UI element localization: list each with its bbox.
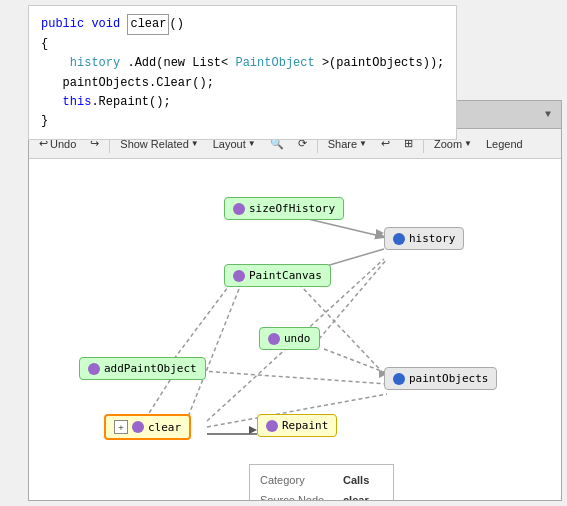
node-clear[interactable]: + clear: [104, 414, 191, 440]
tooltip-category-value: Calls: [343, 471, 369, 491]
svg-line-7: [324, 349, 389, 374]
node-paintcanvas[interactable]: PaintCanvas: [224, 264, 331, 287]
tab-dropdown-button[interactable]: ▼: [539, 106, 557, 124]
arrow-to-repaint: [249, 426, 257, 434]
node-icon-repaint: [266, 420, 278, 432]
node-label-sizeofhistory: sizeOfHistory: [249, 202, 335, 215]
legend-label: Legend: [486, 138, 523, 150]
node-icon-undo: [268, 333, 280, 345]
tooltip-source-row: Source Node clear: [260, 491, 383, 500]
node-label-paintobjects: paintObjects: [409, 372, 488, 385]
show-related-arrow: ▼: [191, 139, 199, 148]
code-line3: history .Add(new List< PaintObject >(pai…: [41, 54, 444, 73]
node-paintobjects[interactable]: paintObjects: [384, 367, 497, 390]
svg-line-4: [174, 369, 387, 384]
node-icon-paintcanvas: [233, 270, 245, 282]
share-arrow: ▼: [359, 139, 367, 148]
svg-line-5: [174, 279, 234, 359]
node-label-repaint: Repaint: [282, 419, 328, 432]
code-snippet: public void clear() { history .Add(new L…: [28, 5, 457, 140]
tooltip-category-row: Category Calls: [260, 471, 383, 491]
node-label-paintcanvas: PaintCanvas: [249, 269, 322, 282]
node-label-undo: undo: [284, 332, 311, 345]
node-icon-paintobjects: [393, 373, 405, 385]
node-label-clear: clear: [148, 421, 181, 434]
expand-clear-icon[interactable]: +: [114, 420, 128, 434]
arrow-to-history: [376, 229, 384, 237]
node-addpaintobject[interactable]: addPaintObject: [79, 357, 206, 380]
layout-arrow: ▼: [248, 139, 256, 148]
tooltip-box: Category Calls Source Node clear Target …: [249, 464, 394, 500]
node-label-addpaintobject: addPaintObject: [104, 362, 197, 375]
code-history-ref: history: [70, 56, 120, 70]
canvas-area[interactable]: sizeOfHistory history PaintCanvas undo a…: [29, 159, 561, 500]
code-parens: (): [169, 17, 183, 31]
main-window: 📌 CodeMap1.dgml* ✕ ▼ ↩ Undo ↪ Show Relat…: [28, 100, 562, 501]
legend-button[interactable]: Legend: [480, 135, 529, 153]
code-paintobject: PaintObject: [235, 56, 314, 70]
node-icon-sizeofhistory: [233, 203, 245, 215]
zoom-arrow: ▼: [464, 139, 472, 148]
keyword-public: public: [41, 17, 84, 31]
node-sizeofhistory[interactable]: sizeOfHistory: [224, 197, 344, 220]
node-history[interactable]: history: [384, 227, 464, 250]
node-label-history: history: [409, 232, 455, 245]
code-line4: paintObjects.Clear();: [41, 74, 444, 93]
node-icon-addpaintobject: [88, 363, 100, 375]
code-add2: >(paintObjects));: [322, 56, 444, 70]
tooltip-source-value: clear: [343, 491, 369, 500]
tooltip-source-label: Source Node: [260, 491, 335, 500]
method-highlight: clear: [127, 14, 169, 35]
node-icon-clear: [132, 421, 144, 433]
keyword-void2: void: [91, 17, 120, 31]
code-add: .Add(new List<: [127, 56, 228, 70]
node-icon-history: [393, 233, 405, 245]
tooltip-category-label: Category: [260, 471, 335, 491]
node-repaint[interactable]: Repaint: [257, 414, 337, 437]
code-brace-close: }: [41, 112, 444, 131]
code-brace-open: {: [41, 35, 444, 54]
code-line5: this.Repaint();: [41, 93, 444, 112]
node-undo[interactable]: undo: [259, 327, 320, 350]
